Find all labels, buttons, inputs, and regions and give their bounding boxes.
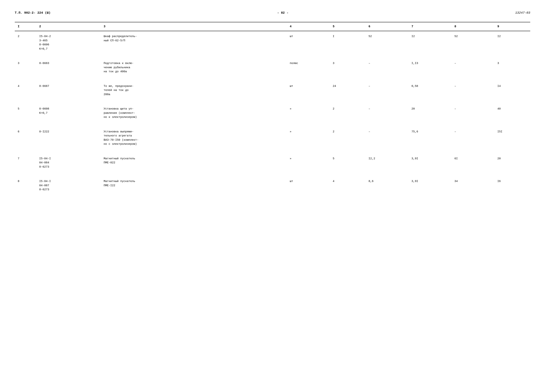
row-num: 2 (15, 31, 36, 54)
row-num: 3 (15, 58, 36, 77)
row-unit: полюс (287, 58, 330, 77)
row-col8: – (452, 104, 495, 123)
header-center: - 82 - (277, 11, 288, 15)
row-col8: 6I (452, 153, 495, 173)
page-header: Т.П. 902-2- 224 (Ш) - 82 - 13247-03 (15, 11, 530, 15)
header-left: Т.П. 902-2- 224 (Ш) (15, 11, 50, 15)
row-col5: I (330, 31, 365, 54)
row-num: 4 (15, 81, 36, 100)
row-col6: – (365, 81, 409, 100)
row-code: 8-6608 K=0,7 (36, 104, 101, 123)
row-col8: – (452, 81, 495, 100)
row-col9: I6 (495, 176, 530, 198)
col-header-2: 2 (36, 22, 101, 31)
row-unit: шт (287, 81, 330, 100)
row-col9: 20 (495, 153, 530, 173)
row-unit: » (287, 104, 330, 123)
row-code: 8-6687 (36, 81, 101, 100)
table-row: 48-6687То же, предохрани- телей на ток д… (15, 81, 530, 100)
col-header-7: 7 (409, 22, 452, 31)
row-col6: I2,2 (365, 153, 409, 173)
row-col9: I5I (495, 127, 530, 150)
row-unit: шт (287, 31, 330, 54)
col-header-6: 6 (365, 22, 409, 31)
row-description: Установка щита уп- равления (комплект- н… (101, 104, 287, 123)
table-row: 7I5-04-I 04-084 8-6273Магнитный пускател… (15, 153, 530, 173)
row-code: 8-I222 (36, 127, 101, 150)
row-num: 8 (15, 176, 36, 198)
row-num: 5 (15, 104, 36, 123)
row-description: То же, предохрани- телей на ток до 200а (101, 81, 287, 100)
row-spacer (15, 123, 530, 127)
row-col5: 2 (330, 127, 365, 150)
col-header-3: 3 (101, 22, 287, 31)
row-col9: I2 (495, 31, 530, 54)
row-col9: 40 (495, 104, 530, 123)
row-col5: 5 (330, 153, 365, 173)
row-description: Магнитный пускатель ПМЕ-I22 (101, 176, 287, 198)
row-spacer (15, 172, 530, 176)
row-col6: – (365, 127, 409, 150)
row-col6: – (365, 58, 409, 77)
row-description: Магнитный пускатель ПМЕ-022 (101, 153, 287, 173)
row-spacer (15, 77, 530, 81)
row-description: Установка выпрями- тельного агрегата ВАЗ… (101, 127, 287, 150)
row-description: Шкаф распределитель- ный СП-62-5/П (101, 31, 287, 54)
row-unit: » (287, 153, 330, 173)
row-col7: 20 (409, 104, 452, 123)
col-header-4: 4 (287, 22, 330, 31)
row-num: 6 (15, 127, 36, 150)
row-code: I5-04-I 04-084 8-6273 (36, 153, 101, 173)
row-spacer (15, 54, 530, 58)
row-col8: – (452, 58, 495, 77)
row-col6: 8,6 (365, 176, 409, 198)
row-col5: 3 (330, 58, 365, 77)
table-row: 2I5-04-2 3-465 8-6606 K=0,7Шкаф распреде… (15, 31, 530, 54)
row-col6: 52 (365, 31, 409, 54)
row-col7: I,I3 (409, 58, 452, 77)
row-col7: 0,58 (409, 81, 452, 100)
row-spacer (15, 100, 530, 104)
row-col5: 24 (330, 81, 365, 100)
table-container: I 2 3 4 5 6 7 8 9 2I5-04-2 3-465 8-6606 … (15, 22, 530, 198)
col-header-5: 5 (330, 22, 365, 31)
row-col5: 2 (330, 104, 365, 123)
table-row: 38-6683Подготовка к вклю- чению рубильни… (15, 58, 530, 77)
row-code: I5-04-I 04-087 8-6273 (36, 176, 101, 198)
row-col7: I2 (409, 31, 452, 54)
table-header-row: I 2 3 4 5 6 7 8 9 (15, 22, 530, 31)
col-header-1: I (15, 22, 36, 31)
row-col6: – (365, 104, 409, 123)
row-col8: – (452, 127, 495, 150)
row-spacer (15, 150, 530, 153)
row-col7: 3,9I (409, 153, 452, 173)
col-header-8: 8 (452, 22, 495, 31)
table-row: 68-I222Установка выпрями- тельного агрег… (15, 127, 530, 150)
row-col9: I4 (495, 81, 530, 100)
row-col7: 75,6 (409, 127, 452, 150)
row-col8: 34 (452, 176, 495, 198)
main-table: I 2 3 4 5 6 7 8 9 2I5-04-2 3-465 8-6606 … (15, 22, 530, 198)
row-col5: 4 (330, 176, 365, 198)
row-col7: 3,9I (409, 176, 452, 198)
row-code: I5-04-2 3-465 8-6606 K=0,7 (36, 31, 101, 54)
row-description: Подготовка к вклю- чению рубильника на т… (101, 58, 287, 77)
row-code: 8-6683 (36, 58, 101, 77)
row-unit: шт (287, 176, 330, 198)
table-row: 8I5-04-I 04-087 8-6273Магнитный пускател… (15, 176, 530, 198)
row-num: 7 (15, 153, 36, 173)
table-row: 58-6608 K=0,7Установка щита уп- равления… (15, 104, 530, 123)
col-header-9: 9 (495, 22, 530, 31)
row-col9: 3 (495, 58, 530, 77)
header-right: 13247-03 (515, 11, 530, 15)
row-col8: 52 (452, 31, 495, 54)
row-unit: » (287, 127, 330, 150)
